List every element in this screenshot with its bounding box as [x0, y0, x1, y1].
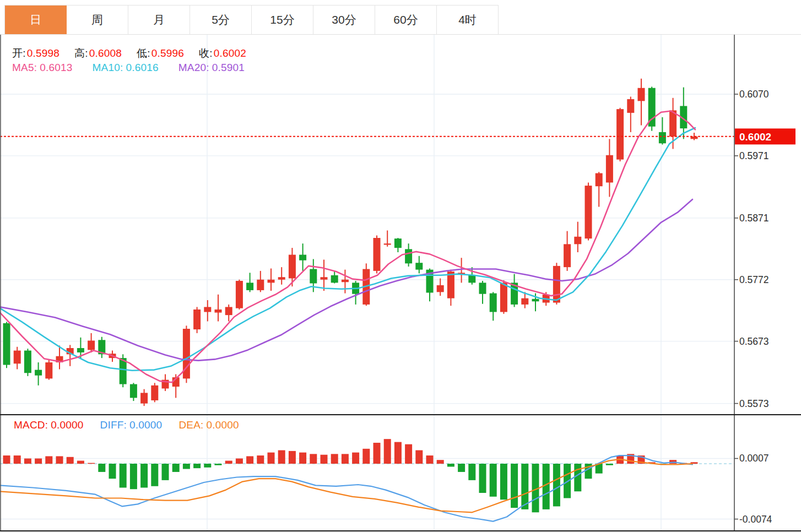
- macd-bar: [88, 463, 95, 464]
- candle-body: [130, 384, 137, 398]
- tab-month[interactable]: 月: [128, 6, 190, 34]
- candle-body: [257, 280, 264, 290]
- y-axis-label: -0.0074: [739, 514, 772, 525]
- legend-item-ohlc-open: 开:0.5998: [12, 47, 59, 59]
- macd-bar: [289, 451, 296, 464]
- macd-bar: [109, 464, 116, 479]
- macd-bar: [77, 461, 84, 464]
- ma10-label: MA10:: [92, 62, 123, 73]
- candle-body: [310, 269, 317, 284]
- macd-bar: [98, 464, 105, 472]
- legend-item-macd-dea: DEA:0.0000: [178, 419, 239, 431]
- ma5-value: 0.6013: [40, 62, 72, 73]
- macd-bar: [321, 455, 328, 464]
- candle-body: [331, 275, 338, 283]
- candle-body: [321, 277, 328, 280]
- diff-value: 0.0000: [129, 419, 162, 431]
- macd-bar: [215, 464, 222, 465]
- candle-body: [140, 393, 148, 403]
- legend-item-ma-ma10: MA10:0.6016: [92, 62, 158, 73]
- candle-body: [627, 99, 634, 113]
- candle-body: [77, 348, 84, 352]
- candle-body: [394, 238, 402, 248]
- price-marker: 0.6002: [735, 128, 795, 144]
- macd-bar: [130, 464, 137, 489]
- macd-bar: [447, 464, 454, 466]
- close-value: 0.6002: [214, 47, 246, 59]
- macd-bar: [3, 455, 10, 464]
- macd-bar: [120, 464, 127, 487]
- macd-bar: [183, 464, 190, 469]
- candle-body: [405, 249, 412, 263]
- macd-bar: [268, 453, 275, 464]
- y-axis-label: 0.5971: [739, 150, 769, 161]
- macd-bar: [278, 450, 285, 464]
- candle-body: [415, 263, 423, 269]
- macd-bar: [490, 464, 497, 497]
- tab-week[interactable]: 周: [67, 6, 128, 34]
- diff-label: DIFF:: [100, 419, 127, 431]
- macd-value: 0.0000: [51, 419, 83, 431]
- ma10-value: 0.6016: [126, 62, 158, 73]
- macd-bar: [362, 449, 370, 464]
- candle-body: [24, 351, 31, 373]
- macd-bar: [437, 460, 444, 464]
- candle-body: [342, 280, 349, 283]
- y-axis-label: 0.5871: [739, 213, 769, 224]
- macd-bar: [24, 458, 31, 464]
- open-value: 0.5998: [27, 47, 59, 59]
- candle-body: [384, 243, 391, 245]
- candle-body: [45, 362, 52, 378]
- candle-body: [447, 272, 454, 298]
- tab-day[interactable]: 日: [5, 6, 67, 34]
- dea-label: DEA:: [178, 419, 203, 431]
- legend-item-macd-macd: MACD:0.0000: [14, 419, 84, 431]
- low-label: 低:: [137, 47, 150, 59]
- price-marker-value: 0.6002: [739, 131, 771, 143]
- tab-4hour[interactable]: 4时: [437, 6, 499, 34]
- macd-histogram: [3, 439, 698, 512]
- macd-bar: [606, 464, 613, 465]
- y-axis-label: 0.0007: [739, 453, 769, 464]
- macd-bar: [140, 464, 148, 487]
- ma-legend: MA5:0.6013MA10:0.6016MA20:0.5901: [12, 62, 264, 74]
- tab-60min[interactable]: 60分: [375, 6, 437, 34]
- candle-body: [204, 307, 211, 312]
- candle-body: [490, 294, 497, 312]
- chart-canvas[interactable]: 0.60700.59710.58710.57720.56730.55730.00…: [0, 0, 801, 532]
- trading-chart-app: 0.60700.59710.58710.57720.56730.55730.00…: [0, 0, 801, 532]
- candle-body: [437, 285, 444, 292]
- legend-item-ohlc-close: 收:0.6002: [199, 47, 246, 59]
- y-axis-label: 0.6070: [739, 89, 769, 100]
- candle-body: [236, 281, 243, 308]
- tab-5min[interactable]: 5分: [190, 6, 252, 34]
- candle-body: [479, 283, 486, 294]
- y-axis-labels: 0.60700.59710.58710.57720.56730.55730.00…: [734, 89, 772, 525]
- legend-item-ohlc-high: 高:0.6008: [74, 47, 122, 59]
- macd-bar: [14, 455, 21, 464]
- candle-body: [596, 173, 603, 187]
- candle-body: [278, 277, 285, 280]
- macd-bar: [204, 464, 211, 468]
- tab-15min[interactable]: 15分: [252, 6, 313, 34]
- legend-item-ma-ma5: MA5:0.6013: [12, 62, 72, 73]
- y-axis-label: 0.5772: [739, 274, 769, 285]
- candle-body: [659, 132, 666, 143]
- high-label: 高:: [74, 47, 88, 59]
- macd-bar: [352, 453, 359, 464]
- macd-bar: [172, 464, 180, 472]
- close-label: 收:: [199, 47, 213, 59]
- macd-bar: [246, 456, 253, 464]
- macd-bar: [225, 461, 232, 464]
- macd-bar: [553, 464, 560, 506]
- macd-bar: [236, 458, 243, 464]
- candle-body: [268, 280, 275, 283]
- macd-bar: [299, 453, 306, 464]
- low-value: 0.5996: [151, 47, 184, 59]
- macd-bar: [458, 464, 465, 472]
- ma5-label: MA5:: [12, 62, 37, 73]
- macd-bar: [405, 444, 412, 464]
- macd-bar: [426, 455, 434, 464]
- tab-30min[interactable]: 30分: [313, 6, 375, 34]
- ma20-value: 0.5901: [212, 62, 245, 73]
